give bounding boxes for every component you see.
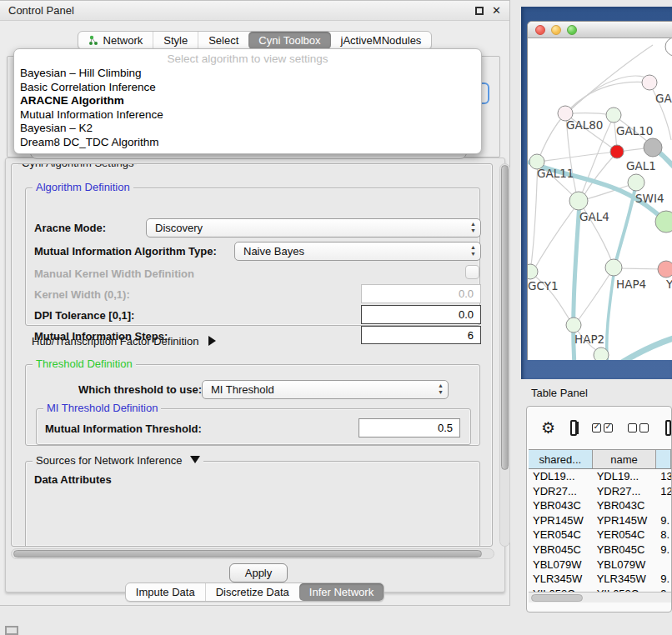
sources-title-row: Sources for Network Inference [33,454,203,467]
table-panel-title: Table Panel [531,387,588,399]
teal-edges [528,148,672,360]
close-icon[interactable]: ✕ [492,4,501,17]
tab-discretize-data-label: Discretize Data [216,586,289,598]
select-all-checkboxes-icon[interactable] [592,423,613,432]
kernel-width-field[interactable]: 0.0 [361,284,481,303]
node-gal-partial[interactable] [642,75,657,90]
document-icon[interactable] [665,420,671,436]
stepper-arrows-icon: ▲▼ [470,244,476,258]
close-traffic-light-icon[interactable] [535,25,545,35]
tab-impute-data-label: Impute Data [136,586,195,598]
table-row[interactable]: YBL079WYBL079W [529,558,671,572]
column-header-cut[interactable] [656,450,671,468]
tab-infer-network[interactable]: Infer Network [299,583,384,601]
mi-threshold-label: Mutual Information Threshold: [45,422,202,435]
mi-threshold-field[interactable]: 0.5 [359,418,460,438]
which-threshold-value: MI Threshold [211,383,274,396]
tab-select[interactable]: Select [198,32,248,49]
node-gal4[interactable] [569,192,588,210]
which-threshold-label: Which threshold to use: [78,383,202,396]
tab-cyni-toolbox[interactable]: Cyni Toolbox [248,32,330,49]
table-horizontal-scrollbar[interactable] [529,592,672,602]
stepper-arrows-icon: ▲▼ [470,221,476,234]
dpi-tolerance-field[interactable]: 0.0 [361,305,481,324]
tab-style[interactable]: Style [153,32,198,49]
deselect-all-checkboxes-icon[interactable] [628,423,649,432]
node-gray[interactable] [644,138,662,157]
aracne-mode-value: Discovery [155,222,203,234]
dropdown-item[interactable]: Basic Correlation Inference [14,81,481,95]
threshold-definition-group: Threshold Definition Which threshold to … [25,364,480,446]
sources-group: Sources for Network Inference Data Attri… [25,461,480,547]
settings-horizontal-scrollbar[interactable] [11,548,494,559]
table-row[interactable]: YER054CYER054C8. [529,528,671,542]
table-row[interactable]: YLR345WYLR345W9. [529,572,671,587]
floating-panel-icon[interactable] [5,626,18,635]
mi-algorithm-type-combo[interactable]: Naive Bayes ▲▼ [234,242,481,261]
node-partial[interactable] [665,38,672,56]
zoom-traffic-light-icon[interactable] [567,25,577,35]
node-gal10[interactable] [606,108,621,122]
network-icon [88,35,99,46]
control-panel-title: Control Panel [8,4,475,17]
table-row[interactable]: YPR145WYPR145W9. [529,513,671,528]
node-hap2[interactable] [566,318,581,332]
dropdown-item[interactable]: Dream8 DC_TDC Algorithm [14,136,481,150]
table-row[interactable]: YBR043CYBR043C [529,498,671,513]
gear-icon[interactable]: ⚙ [541,418,555,438]
node-labels: GAL GAL80 GAL10 GAL1 GAL11 SWI4 GAL4 HAP… [528,92,672,346]
dropdown-item[interactable]: Mutual Information Inference [14,108,481,122]
network-graph: GAL GAL80 GAL10 GAL1 GAL11 SWI4 GAL4 HAP… [528,38,672,360]
tab-jactivemnodules[interactable]: jActiveMNodules [331,32,432,49]
float-panel-icon[interactable] [475,7,484,15]
top-tab-bar: Network Style Select Cyni Toolbox jActiv… [0,31,509,50]
control-panel-window: Control Panel ✕ Network Style [0,0,510,606]
network-canvas[interactable]: GAL GAL80 GAL10 GAL1 GAL11 SWI4 GAL4 HAP… [528,38,672,360]
table-header-row: shared... name [529,449,671,469]
columns-icon[interactable] [570,420,577,436]
node-label: Y [665,278,672,291]
collapse-down-icon[interactable] [190,456,200,463]
manual-kernel-width-checkbox[interactable] [465,265,479,279]
column-header-shared[interactable]: shared... [529,450,593,468]
tab-discretize-data[interactable]: Discretize Data [205,583,299,601]
sources-title: Sources for Network Inference [36,454,183,467]
aracne-mode-combo[interactable]: Discovery ▲▼ [146,218,481,238]
column-header-name[interactable]: name [593,450,657,468]
mi-threshold-group: MI Threshold Definition Mutual Informati… [36,408,471,445]
table-row[interactable]: YBR045CYBR045C9. [529,542,671,558]
node-salmon[interactable] [658,261,672,278]
table-panel: ⚙ shared... name YDL19...YDL19...13 YDR2… [526,406,672,612]
mi-threshold-group-title: MI Threshold Definition [43,402,161,414]
algorithm-definition-group: Algorithm Definition Aracne Mode: Discov… [25,188,480,326]
table-row[interactable]: YDR27...YDR27...12 [529,484,671,499]
tab-infer-network-label: Infer Network [309,586,374,598]
node-gal1[interactable] [610,145,624,158]
node-bottom-partial[interactable] [594,348,609,360]
node-hap4[interactable] [605,259,622,276]
mi-steps-field[interactable]: 6 [361,326,481,344]
dropdown-item-selected[interactable]: ARACNE Algorithm [14,94,481,108]
node-table: shared... name YDL19...YDL19...13 YDR27.… [529,449,671,601]
tab-network[interactable]: Network [78,32,153,49]
mi-algorithm-type-value: Naive Bayes [243,245,304,258]
cyni-algorithm-settings-title: Cyni Algorithm Settings [18,163,137,169]
tab-cyni-toolbox-label: Cyni Toolbox [258,34,320,47]
network-view-frame: GAL GAL80 GAL10 GAL1 GAL11 SWI4 GAL4 HAP… [521,7,672,379]
tab-impute-data[interactable]: Impute Data [126,583,205,601]
node-swi4[interactable] [628,174,644,191]
node-label: GAL80 [566,118,603,132]
which-threshold-combo[interactable]: MI Threshold ▲▼ [202,380,449,399]
expand-right-icon[interactable] [208,336,216,346]
minimize-traffic-light-icon[interactable] [551,25,561,35]
dropdown-item[interactable]: Bayesian – Hill Climbing [14,67,481,81]
control-panel-titlebar: Control Panel ✕ [0,1,509,21]
hub-definition-row[interactable]: Hub/Transcription Factor Definition [32,335,216,348]
settings-vertical-scrollbar[interactable] [499,163,510,547]
dropdown-item[interactable]: Bayesian – K2 [14,122,481,136]
node-label: GAL11 [537,167,574,180]
table-row[interactable]: YDL19...YDL19...13 [529,469,671,484]
tab-style-label: Style [163,34,188,47]
tab-network-label: Network [103,34,143,47]
apply-button[interactable]: Apply [229,563,288,582]
